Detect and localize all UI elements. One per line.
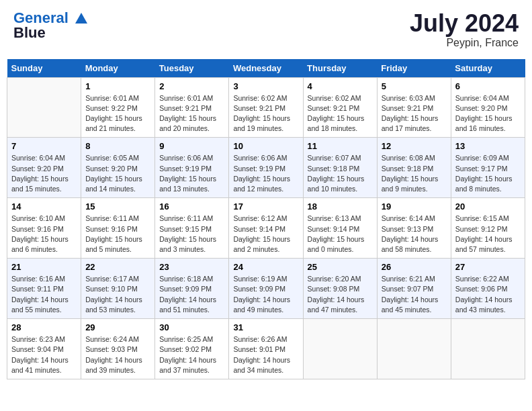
calendar-header-row: SundayMondayTuesdayWednesdayThursdayFrid… (7, 59, 525, 78)
calendar-day-cell: 12Sunrise: 6:08 AMSunset: 9:18 PMDayligh… (377, 138, 451, 198)
month-year-title: July 2024 (410, 10, 519, 37)
daylight-label: Daylight: 15 hours and 13 minutes. (159, 175, 216, 193)
day-info: Sunrise: 6:08 AMSunset: 9:18 PMDaylight:… (382, 153, 447, 194)
sunrise-label: Sunrise: 6:02 AM (308, 94, 361, 102)
daylight-label: Daylight: 15 hours and 16 minutes. (455, 114, 513, 132)
calendar-day-cell: 15Sunrise: 6:11 AMSunset: 9:16 PMDayligh… (81, 198, 155, 259)
day-number: 26 (382, 262, 447, 272)
sunrise-label: Sunrise: 6:03 AM (382, 94, 435, 102)
day-number: 10 (233, 141, 298, 151)
sunset-label: Sunset: 9:06 PM (455, 285, 508, 293)
sunset-label: Sunset: 9:03 PM (85, 345, 138, 353)
sunset-label: Sunset: 9:10 PM (85, 285, 138, 293)
day-number: 27 (455, 262, 521, 272)
daylight-label: Daylight: 14 hours and 58 minutes. (382, 235, 439, 253)
sunset-label: Sunset: 9:21 PM (382, 104, 434, 112)
calendar-day-cell (451, 319, 525, 379)
calendar-day-cell: 2Sunrise: 6:01 AMSunset: 9:21 PMDaylight… (155, 77, 229, 138)
daylight-label: Daylight: 15 hours and 20 minutes. (159, 114, 216, 132)
sunrise-label: Sunrise: 6:02 AM (233, 94, 287, 102)
sunrise-label: Sunrise: 6:19 AM (233, 275, 287, 283)
sunrise-label: Sunrise: 6:01 AM (85, 94, 139, 102)
daylight-label: Daylight: 15 hours and 8 minutes. (455, 175, 513, 193)
daylight-label: Daylight: 15 hours and 19 minutes. (233, 114, 290, 132)
day-number: 2 (159, 81, 224, 91)
calendar-day-cell: 3Sunrise: 6:02 AMSunset: 9:21 PMDaylight… (229, 77, 303, 138)
calendar-day-cell: 10Sunrise: 6:06 AMSunset: 9:19 PMDayligh… (229, 138, 303, 198)
sunrise-label: Sunrise: 6:18 AM (159, 275, 213, 283)
sunset-label: Sunset: 9:14 PM (233, 225, 285, 233)
day-number: 23 (159, 262, 224, 272)
calendar-week-row: 28Sunrise: 6:23 AMSunset: 9:04 PMDayligh… (7, 319, 525, 379)
column-header-saturday: Saturday (451, 59, 525, 78)
sunset-label: Sunset: 9:12 PM (455, 225, 508, 233)
day-info: Sunrise: 6:09 AMSunset: 9:17 PMDaylight:… (455, 153, 521, 194)
daylight-label: Daylight: 15 hours and 5 minutes. (85, 235, 142, 253)
day-info: Sunrise: 6:01 AMSunset: 9:22 PMDaylight:… (85, 93, 150, 134)
calendar-day-cell: 31Sunrise: 6:26 AMSunset: 9:01 PMDayligh… (229, 319, 303, 379)
daylight-label: Daylight: 15 hours and 3 minutes. (159, 235, 216, 253)
calendar-day-cell: 30Sunrise: 6:25 AMSunset: 9:02 PMDayligh… (155, 319, 229, 379)
sunset-label: Sunset: 9:18 PM (308, 165, 360, 173)
logo-blue: Blue (13, 25, 89, 41)
calendar-day-cell: 28Sunrise: 6:23 AMSunset: 9:04 PMDayligh… (7, 319, 81, 379)
daylight-label: Daylight: 14 hours and 43 minutes. (455, 295, 513, 314)
day-info: Sunrise: 6:18 AMSunset: 9:09 PMDaylight:… (159, 274, 224, 315)
calendar-day-cell: 9Sunrise: 6:06 AMSunset: 9:19 PMDaylight… (155, 138, 229, 198)
daylight-label: Daylight: 14 hours and 41 minutes. (11, 356, 69, 374)
day-number: 25 (308, 262, 373, 272)
daylight-label: Daylight: 14 hours and 34 minutes. (233, 356, 290, 374)
calendar-day-cell: 17Sunrise: 6:12 AMSunset: 9:14 PMDayligh… (229, 198, 303, 259)
day-info: Sunrise: 6:11 AMSunset: 9:16 PMDaylight:… (85, 214, 150, 255)
day-info: Sunrise: 6:15 AMSunset: 9:12 PMDaylight:… (455, 214, 521, 255)
day-info: Sunrise: 6:20 AMSunset: 9:08 PMDaylight:… (308, 274, 373, 315)
sunset-label: Sunset: 9:04 PM (11, 345, 64, 353)
column-header-friday: Friday (377, 59, 451, 78)
sunset-label: Sunset: 9:09 PM (159, 285, 212, 293)
day-number: 29 (85, 322, 150, 332)
sunrise-label: Sunrise: 6:09 AM (455, 154, 509, 162)
sunset-label: Sunset: 9:08 PM (308, 285, 360, 293)
calendar-day-cell: 13Sunrise: 6:09 AMSunset: 9:17 PMDayligh… (451, 138, 525, 198)
daylight-label: Daylight: 14 hours and 49 minutes. (233, 295, 290, 314)
sunrise-label: Sunrise: 6:08 AM (382, 154, 435, 162)
day-number: 1 (85, 81, 150, 91)
logo-icon (74, 11, 89, 26)
day-number: 30 (159, 322, 224, 332)
sunset-label: Sunset: 9:02 PM (159, 345, 212, 353)
calendar-day-cell: 24Sunrise: 6:19 AMSunset: 9:09 PMDayligh… (229, 259, 303, 319)
location-subtitle: Peypin, France (410, 37, 519, 49)
daylight-label: Daylight: 14 hours and 55 minutes. (11, 295, 69, 314)
calendar-day-cell: 16Sunrise: 6:11 AMSunset: 9:15 PMDayligh… (155, 198, 229, 259)
day-number: 31 (233, 322, 298, 332)
sunset-label: Sunset: 9:19 PM (159, 165, 212, 173)
sunrise-label: Sunrise: 6:10 AM (11, 214, 65, 222)
column-header-tuesday: Tuesday (155, 59, 229, 78)
sunset-label: Sunset: 9:07 PM (382, 285, 434, 293)
calendar-day-cell (7, 77, 81, 138)
calendar-table: SundayMondayTuesdayWednesdayThursdayFrid… (7, 59, 525, 379)
daylight-label: Daylight: 15 hours and 12 minutes. (233, 175, 290, 193)
day-info: Sunrise: 6:05 AMSunset: 9:20 PMDaylight:… (85, 153, 150, 194)
daylight-label: Daylight: 15 hours and 2 minutes. (233, 235, 290, 253)
sunset-label: Sunset: 9:21 PM (159, 104, 212, 112)
day-info: Sunrise: 6:02 AMSunset: 9:21 PMDaylight:… (233, 93, 298, 134)
day-info: Sunrise: 6:17 AMSunset: 9:10 PMDaylight:… (85, 274, 150, 315)
day-info: Sunrise: 6:10 AMSunset: 9:16 PMDaylight:… (11, 214, 77, 255)
title-block: July 2024 Peypin, France (410, 10, 519, 49)
sunrise-label: Sunrise: 6:06 AM (159, 154, 213, 162)
calendar-day-cell: 29Sunrise: 6:24 AMSunset: 9:03 PMDayligh… (81, 319, 155, 379)
sunrise-label: Sunrise: 6:25 AM (159, 335, 213, 343)
day-number: 11 (308, 141, 373, 151)
column-header-sunday: Sunday (7, 59, 81, 78)
day-number: 7 (11, 141, 77, 151)
sunset-label: Sunset: 9:18 PM (382, 165, 434, 173)
logo: General Blue (13, 10, 89, 41)
day-info: Sunrise: 6:22 AMSunset: 9:06 PMDaylight:… (455, 274, 521, 315)
daylight-label: Daylight: 15 hours and 9 minutes. (382, 175, 439, 193)
page-header: General Blue July 2024 Peypin, France (7, 7, 525, 52)
daylight-label: Daylight: 15 hours and 0 minutes. (308, 235, 365, 253)
day-number: 3 (233, 81, 298, 91)
day-number: 15 (85, 201, 150, 212)
sunset-label: Sunset: 9:20 PM (11, 165, 64, 173)
